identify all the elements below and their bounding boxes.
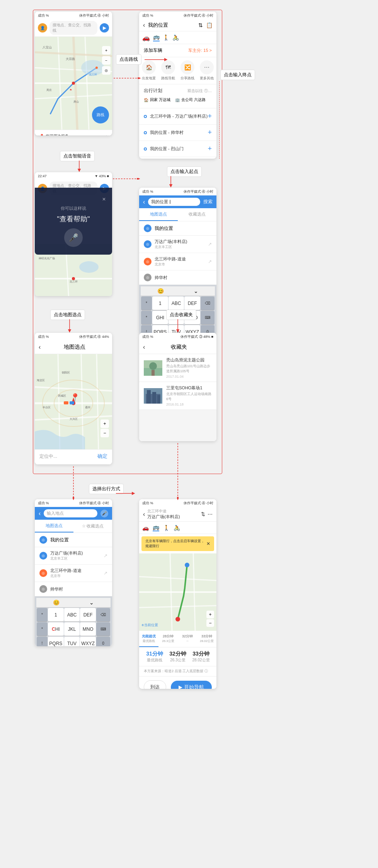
k2-exclaim[interactable]: ! bbox=[37, 637, 48, 646]
zoom-in[interactable]: + bbox=[100, 419, 109, 428]
result-bus-active[interactable]: 🚌 bbox=[153, 524, 159, 531]
loc2-item-1[interactable]: ◎ 万达广场(丰料店) 北京丰工区 ↗ bbox=[35, 547, 112, 565]
result-car[interactable]: 🚗 bbox=[142, 525, 149, 531]
route-fab[interactable]: 路线 bbox=[92, 106, 109, 123]
route-tab-1[interactable]: 光能超优 最优路线 bbox=[139, 631, 158, 647]
route-nav-icon1[interactable]: ⇅ bbox=[198, 22, 203, 28]
tab-fav2[interactable]: ☆收藏选点 bbox=[73, 520, 112, 532]
quick-icon-4[interactable]: ⋯ 更多其他 bbox=[197, 60, 216, 81]
back-input2[interactable]: ‹ bbox=[39, 510, 41, 517]
voice-mic-area[interactable]: 🎤 bbox=[41, 228, 106, 247]
minus-zoom[interactable]: − bbox=[102, 56, 111, 65]
loc-item-1[interactable]: ◎ 万达广场(丰料店) 北京丰工区 ↗ bbox=[139, 236, 216, 253]
back-arrow-route[interactable]: ‹ bbox=[143, 22, 145, 29]
arrive-button[interactable]: 到达 bbox=[144, 680, 166, 689]
loc-item-2[interactable]: ◎ 北三环中路-道途 北京市 ↗ bbox=[139, 253, 216, 271]
k2-def[interactable]: DEF bbox=[80, 608, 96, 622]
key-ghi[interactable]: GHI bbox=[152, 311, 168, 325]
current-loc-btn[interactable]: ⊕当前位置 bbox=[141, 623, 158, 628]
my-location2[interactable]: ◎ 我的位置 bbox=[35, 533, 112, 547]
rzoom-out[interactable]: − bbox=[206, 619, 214, 627]
loc-item-3[interactable]: ◎ 帅华村 bbox=[139, 271, 216, 285]
back-result[interactable]: ‹ bbox=[143, 511, 145, 518]
key-abc[interactable]: ABC bbox=[169, 296, 184, 310]
location-btn[interactable]: ◎ bbox=[102, 66, 111, 75]
my-location-item[interactable]: ◎ 我的位置 bbox=[139, 221, 216, 236]
confirm-btn[interactable]: 确定 bbox=[97, 453, 107, 460]
voice-close[interactable]: ✕ bbox=[41, 195, 106, 202]
map-area[interactable]: 八宝山 大宗路 北三环 周庄 房山 ⚑ 路线 + − ◎ bbox=[35, 37, 112, 130]
quick-icon-3[interactable]: 🔀 分享路线 bbox=[178, 60, 197, 81]
transport-bike-icon[interactable]: 🚴 bbox=[172, 34, 179, 41]
tab-map-point[interactable]: 地图选点 bbox=[139, 208, 178, 221]
transport-bus-active[interactable]: 🚌 bbox=[153, 34, 160, 41]
k2-kb[interactable]: ⌨ bbox=[96, 622, 110, 636]
mic-button[interactable]: 🎤 bbox=[64, 228, 83, 247]
k2-wxyz[interactable]: WXYZ bbox=[80, 637, 96, 646]
route-item-2[interactable]: 我的位置 - 帅华村 + bbox=[139, 125, 216, 141]
back-input[interactable]: ‹ bbox=[143, 199, 145, 205]
input-field[interactable]: 我的位置▏ bbox=[148, 198, 200, 206]
emoji-2[interactable]: 😊 bbox=[53, 599, 60, 606]
emoji-down[interactable]: ⌄ bbox=[194, 288, 198, 294]
result-bike[interactable]: 🚴 bbox=[174, 525, 180, 531]
k2-1[interactable]: 1 bbox=[48, 608, 64, 622]
k2-star[interactable]: * bbox=[37, 608, 48, 622]
plus-zoom[interactable]: + bbox=[102, 46, 111, 55]
k2-ghi[interactable]: CHI bbox=[48, 622, 64, 636]
emoji-down2[interactable]: ⌄ bbox=[89, 599, 94, 606]
notification-banner[interactable]: 北京有车辆限行，点击后启车辆设置，规避限行 ✕ bbox=[141, 536, 214, 551]
key-backspace[interactable]: ⌫ bbox=[201, 296, 215, 310]
route-item-4[interactable]: 我的位置 - 约0.6KM + bbox=[139, 157, 216, 159]
route-item-1[interactable]: 北三环中路 - 万达广场(丰料店) + bbox=[139, 108, 216, 125]
route-tab-3[interactable]: 32分钟 -- bbox=[178, 631, 197, 647]
loc2-item-2[interactable]: ◎ 北三环中路-道途 北京市 ↗ bbox=[35, 565, 112, 582]
tab-map2[interactable]: 地图选点 bbox=[35, 520, 73, 532]
k2-star2[interactable]: * bbox=[37, 622, 48, 636]
route-plus-2[interactable]: + bbox=[208, 128, 212, 137]
tab-favorites[interactable]: 收藏选点 bbox=[178, 208, 216, 221]
search-btn-input[interactable]: 搜索 bbox=[203, 199, 213, 205]
k2-pqrs[interactable]: PQRS bbox=[48, 637, 64, 646]
emoji-1[interactable]: 😊 bbox=[157, 288, 164, 294]
rzoom-in[interactable]: + bbox=[206, 611, 214, 618]
k2-mno[interactable]: MNO bbox=[80, 622, 96, 636]
search-bar[interactable]: 搜地点、查公交、找路线 bbox=[49, 21, 97, 35]
route-nav-icon2[interactable]: 📋 bbox=[206, 22, 213, 28]
k2-tuv[interactable]: TUV bbox=[64, 637, 80, 646]
k2-0[interactable]: 0 bbox=[96, 637, 110, 646]
key-star[interactable]: * bbox=[141, 296, 152, 310]
transport-walk-icon[interactable]: 🚶 bbox=[163, 34, 169, 41]
result-walk[interactable]: 🚶 bbox=[163, 525, 170, 531]
key-keyboard[interactable]: ⌨ bbox=[201, 311, 215, 325]
input-field2[interactable]: 输入地点 bbox=[44, 509, 97, 517]
route-plus-3[interactable]: + bbox=[208, 145, 212, 153]
key-1[interactable]: 1 bbox=[152, 296, 168, 310]
start-nav-button[interactable]: ▶ 开始导航 bbox=[171, 681, 212, 689]
nav-icon-map[interactable]: ▶ bbox=[100, 23, 109, 33]
discover-bar[interactable]: 📍 发现周边服务 › bbox=[35, 130, 112, 135]
route-tab-4[interactable]: 33分钟 28.02公里 bbox=[197, 631, 216, 647]
plan-work[interactable]: 🏢 去公司 六达路 bbox=[175, 97, 206, 103]
notif-close[interactable]: ✕ bbox=[206, 541, 210, 546]
k2-bs[interactable]: ⌫ bbox=[96, 608, 110, 622]
map-select-area[interactable]: 海淀区 朝阳区 丰台区 通州 西城区 大兴区 📍 + − bbox=[35, 354, 112, 453]
result-map[interactable]: + − ⊕当前位置 bbox=[139, 553, 216, 631]
fav-item-1[interactable]: 秃山岛滑泥主题公园 秃山岛秃山路101号山路边步道所属路105号 2017.01… bbox=[139, 354, 216, 382]
loc2-item-3[interactable]: ◎ 帅华村 bbox=[35, 582, 112, 596]
voice-btn2[interactable]: 🎤 bbox=[100, 510, 108, 517]
transport-car-icon[interactable]: 🚗 bbox=[142, 34, 150, 41]
fav-item-2[interactable]: 三里屯SOHO幕场1 北京市朝阳区工人运动场南路6号 2016.01.18 bbox=[139, 382, 216, 410]
k2-abc[interactable]: ABC bbox=[64, 608, 80, 622]
route-plus-1[interactable]: + bbox=[208, 112, 212, 120]
route-tab-2[interactable]: 28分钟 26.3公里 bbox=[158, 631, 178, 647]
plan-home[interactable]: 🏠 回家 万达城 bbox=[144, 97, 170, 103]
k2-jkl[interactable]: JKL bbox=[64, 622, 80, 636]
zoom-out[interactable]: − bbox=[100, 429, 109, 437]
result-icon2[interactable]: ⋯ bbox=[208, 511, 213, 517]
key-def[interactable]: DEF bbox=[184, 296, 200, 310]
result-icon1[interactable]: ⇅ bbox=[201, 511, 205, 517]
key-star2[interactable]: * bbox=[141, 311, 152, 325]
route-item-3[interactable]: 我的位置 - 烈山门 + bbox=[139, 141, 216, 157]
voice-overlay[interactable]: ✕ 你可以这样说 "查看帮助" 🎤 bbox=[35, 188, 112, 255]
